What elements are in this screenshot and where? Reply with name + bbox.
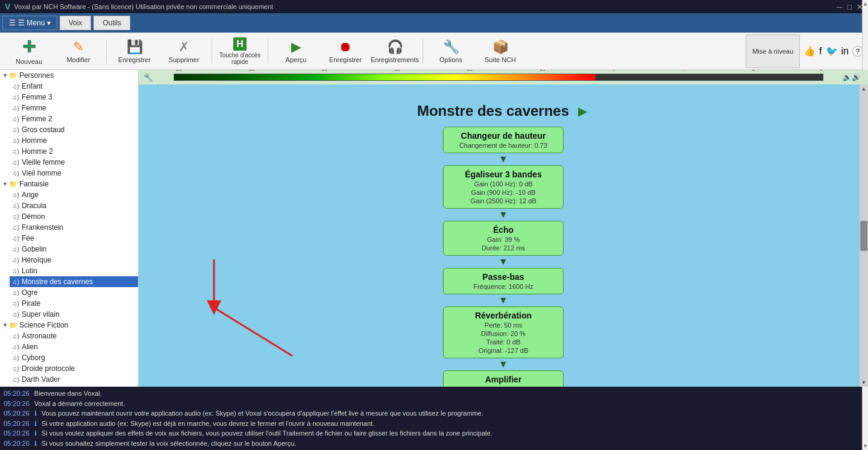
help-icon[interactable]: ? xyxy=(852,46,863,57)
flow-diagram: Monstre des cavernes ▶ Changeur de haute… xyxy=(417,103,590,387)
flow-box-passebas[interactable]: Passe-bas Fréquence: 1600 Hz xyxy=(443,268,564,294)
list-item[interactable]: ♫)Enfant xyxy=(10,81,138,92)
window-controls[interactable]: ─ □ ✕ xyxy=(837,2,863,11)
list-item[interactable]: ♫)Frankenstein xyxy=(10,222,138,233)
canvas-scrollbar[interactable]: ▲ ▼ xyxy=(860,84,868,387)
thumbsup-icon[interactable]: 👍 xyxy=(804,45,816,57)
list-item[interactable]: ♫)Femme 2 xyxy=(10,113,138,124)
sound-icon: ♫) xyxy=(12,300,19,307)
mise-a-niveau-button[interactable]: Mise à niveau xyxy=(746,34,800,68)
touche-button[interactable]: H Touche d'accès rapide xyxy=(216,34,264,68)
status-msg-3: Vous pouvez maintenant ouvrir votre appl… xyxy=(42,408,483,419)
toolbar-separator-4 xyxy=(423,39,423,63)
box-detail-reverb-4: Original: -127 dB xyxy=(452,347,555,354)
sound-icon: ♫) xyxy=(12,83,19,90)
list-item[interactable]: ♫)Femme xyxy=(10,103,138,113)
list-item[interactable]: ♫)Pirate xyxy=(10,298,138,309)
status-msg-2: Voxal a démarré correctement. xyxy=(34,399,125,409)
list-item[interactable]: ♫)Cyborg xyxy=(10,352,138,363)
suite-icon: 📦 xyxy=(492,39,509,55)
list-item[interactable]: ♫)Vieil homme xyxy=(10,168,138,179)
status-time-6: 05:20:26 xyxy=(4,439,30,449)
list-item[interactable]: ♫)Héroïque xyxy=(10,255,138,265)
flow-play-button[interactable]: ▶ xyxy=(575,104,590,118)
group-header-scifi[interactable]: ▼ 📁 Science Fiction xyxy=(0,320,138,331)
group-header-fantaisie[interactable]: ▼ 📁 Fantaisie xyxy=(0,179,138,189)
tick-label: -4 xyxy=(681,70,685,72)
list-item[interactable]: ♫)Darth Vader xyxy=(10,374,138,385)
group-header-personnes[interactable]: ▼ 📁 Personnes xyxy=(0,70,138,81)
options-button[interactable]: 🔧 Options xyxy=(427,34,475,68)
sidebar-scroll[interactable]: ▼ 📁 Personnes ♫)Enfant ♫)Femme 3 ♫)Femme… xyxy=(0,70,138,387)
arrow-4: ▼ xyxy=(498,296,508,305)
level-label: Bon niveau de micro xyxy=(479,70,539,71)
tick-label: 0 xyxy=(820,70,823,72)
box-detail-reverb-1: Perte: 50 ms xyxy=(452,322,555,329)
modifier-button[interactable]: ✎ Modifier xyxy=(54,34,102,68)
touche-label: Touche d'accès rapide xyxy=(218,52,262,65)
list-item[interactable]: ♫)Super vilain xyxy=(10,309,138,320)
box-title-egaliseur: Égaliseur 3 bandes xyxy=(452,170,555,179)
status-msg-6: Si vous souhaitez simplement tester la v… xyxy=(42,439,297,449)
list-item[interactable]: ♫)Homme xyxy=(10,135,138,146)
status-msg-5: Si vous voulez appliquer des effets de v… xyxy=(42,428,492,439)
linkedin-icon[interactable]: in xyxy=(841,46,849,57)
wrench-icon: 🔧 xyxy=(143,73,153,82)
list-item-selected[interactable]: ♫)Monstre des cavernes xyxy=(10,276,138,287)
nouveau-button[interactable]: ✚ Nouveau xyxy=(5,34,53,68)
supprimer-button[interactable]: ✗ Supprimer xyxy=(160,34,208,68)
list-item[interactable]: ♫)Gobelin xyxy=(10,244,138,255)
flow-box-changeur[interactable]: Changeur de hauteur Changement de hauteu… xyxy=(443,127,564,153)
enregistrements-button[interactable]: 🎧 Enregistrements xyxy=(371,34,419,68)
sidebar: ▼ 📁 Personnes ♫)Enfant ♫)Femme 3 ♫)Femme… xyxy=(0,70,139,387)
flow-box-echo[interactable]: Écho Gain: 39 % Durée: 212 ms xyxy=(443,221,564,256)
status-line-2: 05:20:26 Voxal a démarré correctement. xyxy=(4,399,864,409)
list-item[interactable]: ♫)Démon xyxy=(10,211,138,222)
list-item[interactable]: ♫)Lutin xyxy=(10,265,138,276)
minimize-btn[interactable]: ─ xyxy=(837,2,842,11)
canvas-scroll-down[interactable]: ▼ xyxy=(861,379,867,385)
suite-button[interactable]: 📦 Suite NCH xyxy=(476,34,524,68)
status-line-1: 05:20:26 Bienvenue dans Voxal. xyxy=(4,388,864,399)
children-scifi: ♫)Astronaute ♫)Alien ♫)Cyborg ♫)Droide p… xyxy=(0,331,138,387)
menu-button[interactable]: ☰ ☰ Menu ▾ xyxy=(2,16,57,30)
list-item[interactable]: ♫)Ange xyxy=(10,189,138,200)
list-item[interactable]: ♫)Droide protocole xyxy=(10,363,138,374)
tab-voix[interactable]: Voix xyxy=(60,16,92,30)
close-btn[interactable]: ✕ xyxy=(857,2,863,11)
flow-box-reverberation[interactable]: Réverbération Perte: 50 ms Diffusion: 20… xyxy=(443,306,564,358)
list-item[interactable]: ♫)Astronaute xyxy=(10,331,138,341)
canvas-scroll-up[interactable]: ▲ xyxy=(861,86,867,92)
sound-icon: ♫) xyxy=(12,332,19,340)
plus-icon: ✚ xyxy=(22,37,36,57)
flow-box-amplifier[interactable]: Amplifier Gain: 192 % xyxy=(443,370,564,387)
box-detail-changeur: Changement de hauteur: 0.73 xyxy=(452,142,555,149)
apercu-button[interactable]: ▶ Aperçu xyxy=(272,34,320,68)
title-text: Voxal par NCH Software - (Sans licence) … xyxy=(14,3,273,10)
status-line-5: 05:20:26 ℹ Si vous voulez appliquer des … xyxy=(4,428,864,439)
apercu-label: Aperçu xyxy=(286,56,307,63)
enregistrer2-button[interactable]: ⏺ Enregistrer xyxy=(321,34,370,68)
list-item[interactable]: ♫)Ogre xyxy=(10,287,138,298)
level-bar-area: 🔧 -25 -22 -19 -16 -13 -10 -7 -4 - xyxy=(139,70,868,84)
list-item[interactable]: ♫)Homme 2 xyxy=(10,146,138,157)
box-detail-egaliseur-1: Gain (100 Hz): 0 dB xyxy=(452,180,555,188)
delete-icon: ✗ xyxy=(178,39,189,55)
list-item[interactable]: ♫)Dracula xyxy=(10,200,138,211)
list-item[interactable]: ♫)Femme 3 xyxy=(10,92,138,103)
canvas-scroll-thumb[interactable] xyxy=(860,221,867,251)
tick-label: -13 xyxy=(465,70,473,72)
maximize-btn[interactable]: □ xyxy=(847,2,852,11)
enregistrer-button[interactable]: 💾 Enregistrer xyxy=(110,34,159,68)
list-item[interactable]: ♫)Gros costaud xyxy=(10,124,138,135)
hotkey-icon: H xyxy=(233,37,247,51)
status-msg-1: Bienvenue dans Voxal. xyxy=(34,388,102,399)
list-item[interactable]: ♫)Alien xyxy=(10,341,138,352)
facebook-icon[interactable]: f xyxy=(819,46,822,57)
list-item[interactable]: ♫)Vieille femme xyxy=(10,157,138,168)
list-item[interactable]: ♫)Fée xyxy=(10,233,138,244)
supprimer-label: Supprimer xyxy=(169,56,200,63)
tab-outils[interactable]: Outils xyxy=(93,16,130,30)
flow-box-egaliseur[interactable]: Égaliseur 3 bandes Gain (100 Hz): 0 dB G… xyxy=(443,165,564,209)
twitter-icon[interactable]: 🐦 xyxy=(826,45,838,57)
